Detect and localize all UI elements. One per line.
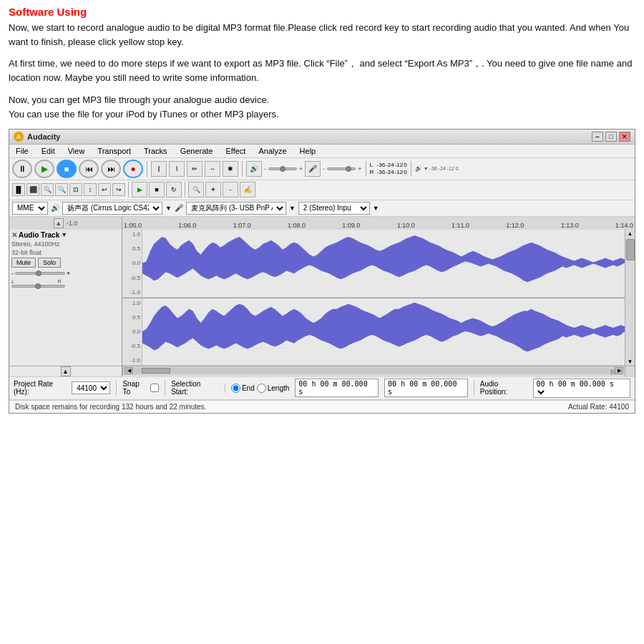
vertical-scrollbar[interactable]: ▲ ▼ [625,230,635,366]
sep1 [147,161,147,177]
menu-tracks[interactable]: Tracks [142,146,170,156]
waveform-channel-1[interactable] [142,230,625,297]
time-shift-tool[interactable]: ✱ [223,161,238,177]
y-2-0: 1.0 [122,300,140,306]
mute-button[interactable]: Mute [11,258,36,268]
fit-vertically-button[interactable]: ↕ [84,183,97,196]
vscroll-up-button[interactable]: ▲ [627,230,634,238]
pencil-tool[interactable]: ✏ [187,161,203,177]
waveform-channel-2[interactable] [142,298,625,365]
hscroll-right-button[interactable]: ▶ [615,367,623,374]
zoom-in2[interactable]: + [205,182,221,197]
channel-1: 1.0 0.5 0.0 -0.5 -1.0 [122,230,625,298]
stop2-button[interactable]: ■ [149,182,165,197]
cursor-tool[interactable]: I [151,161,167,177]
timeline-ruler-container: ▲ -1.0 1:05.0 1:06.0 1:07.0 1:08.0 1:09.… [9,217,635,230]
time-mark-0: 1:05.0 [124,222,142,229]
menu-edit[interactable]: Edit [39,146,57,156]
menu-analyze[interactable]: Analyze [256,146,288,156]
vscroll-thumb[interactable] [626,239,635,260]
output-volume-slider[interactable] [268,167,297,170]
draw-button[interactable]: ✍ [240,182,255,197]
skip-start-button[interactable]: ⏮ [79,160,99,178]
undo-button[interactable]: ↩ [98,183,111,196]
menu-file[interactable]: File [14,146,31,156]
dropdown-arrow3: ▼ [373,205,379,212]
selection-end-time[interactable]: 00 h 00 m 00.000 s [384,379,468,397]
close-button[interactable]: ✕ [619,132,630,142]
gain-slider[interactable] [15,272,65,275]
channel-select[interactable]: 2 (Stereo) Inpu [298,202,370,215]
status-bar: Project Rate (Hz): 44100 Snap To Selecti… [9,376,635,400]
transport-toolbar: ⏸ ▶ ■ ⏮ ⏭ ● I ⌇ ✏ ↔ ✱ 🔊 - + 🎤 - + L [9,158,635,180]
menu-bar: File Edit View Transport Tracks Generate… [9,145,635,158]
time-mark-8: 1:13.0 [561,222,579,229]
input-device-select[interactable]: 麦克风阵列 (3- USB PnP A [186,202,286,215]
record-button[interactable]: ● [123,160,143,178]
time-mark-2: 1:07.0 [233,222,251,229]
zoom-out2[interactable]: - [223,182,238,197]
output-device-select[interactable]: 扬声器 (Cirrus Logic CS420 [62,202,162,215]
intro-section: Software Using Now, we start to record a… [0,0,644,122]
snap-to-group: Snap To [116,380,159,396]
play-button[interactable]: ▶ [34,160,54,178]
menu-transport[interactable]: Transport [95,146,133,156]
edit-toolbar: ▐▌ ⬛ 🔍 🔍 ⊡ ↕ ↩ ↪ ▶ ■ ↻ 🔍 + - ✍ [9,180,635,200]
horizontal-scrollbar[interactable]: ◀ ||| ▶ [122,366,625,376]
hscroll-left-button[interactable]: ◀ [125,367,133,374]
zoom-out-button[interactable]: 🔍 [55,183,68,196]
expand-tracks-up[interactable]: ▲ [54,218,64,228]
input-volume-slider[interactable] [327,167,356,170]
solo-button[interactable]: Solo [38,258,61,268]
zoom2-button[interactable]: 🔍 [188,182,204,197]
track-pan-control [11,285,119,288]
pause-button[interactable]: ⏸ [12,160,32,178]
y-axis-2: 1.0 0.5 0.0 -0.5 -1.0 [122,298,142,365]
audio-position-time[interactable]: 00 h 00 m 00.000 s s [533,379,630,398]
dropdown-arrow1: ▼ [165,205,172,212]
mic-minus: - [323,165,325,172]
title-bar-controls[interactable]: ‒ □ ✕ [592,132,630,142]
volume-icon: 🔊 [246,161,262,177]
host-select[interactable]: MME [12,202,48,215]
menu-help[interactable]: Help [298,146,318,156]
title-bar-left: A Audacity [14,132,60,142]
loop-button[interactable]: ↻ [166,182,182,197]
selection-start-time[interactable]: 00 h 00 m 00.000 s [295,379,379,397]
snap-to-checkbox[interactable] [150,384,159,392]
vscroll-down-button[interactable]: ▼ [627,358,634,366]
end-radio[interactable] [231,384,240,393]
selection-start-group: Selection Start: [165,380,219,396]
volume-plus: + [299,165,303,172]
bottom-expand-corner: ▲ [9,366,122,376]
minimize-button[interactable]: ‒ [592,132,603,142]
redo-button[interactable]: ↪ [112,183,125,196]
time-mark-4: 1:09.0 [342,222,360,229]
skip-end-button[interactable]: ⏭ [101,160,121,178]
zoom-in-button[interactable]: 🔍 [41,183,54,196]
project-rate-select[interactable]: 44100 [72,381,110,394]
fit-project-button[interactable]: ⊡ [69,183,82,196]
timeline-ruler: 1:05.0 1:06.0 1:07.0 1:08.0 1:09.0 1:10.… [122,217,635,230]
paragraph-1: Now, we start to record analogue audio t… [9,21,635,49]
play2-button[interactable]: ▶ [132,182,147,197]
y-2-4: -1.0 [122,357,140,364]
volume-minus: - [264,165,266,172]
silence-button[interactable]: ⬛ [26,183,39,196]
track-menu-button[interactable]: ▼ [61,231,67,238]
pan-slider[interactable] [11,285,65,288]
audio-pos-unit-select[interactable]: s [537,388,547,396]
audacity-window: A Audacity ‒ □ ✕ File Edit View Transpor… [9,129,635,414]
maximize-button[interactable]: □ [605,132,617,142]
stop-button[interactable]: ■ [57,160,77,178]
trim-button[interactable]: ▐▌ [12,183,25,196]
hscroll-thumb[interactable] [142,368,170,374]
menu-effect[interactable]: Effect [224,146,248,156]
menu-view[interactable]: View [66,146,87,156]
length-radio[interactable] [257,384,266,393]
track-close-button[interactable]: ✕ [11,231,17,239]
menu-generate[interactable]: Generate [178,146,215,156]
zoom-tool[interactable]: ↔ [205,161,220,177]
envelope-tool[interactable]: ⌇ [169,161,185,177]
expand-tracks-down[interactable]: ▲ [61,366,71,376]
